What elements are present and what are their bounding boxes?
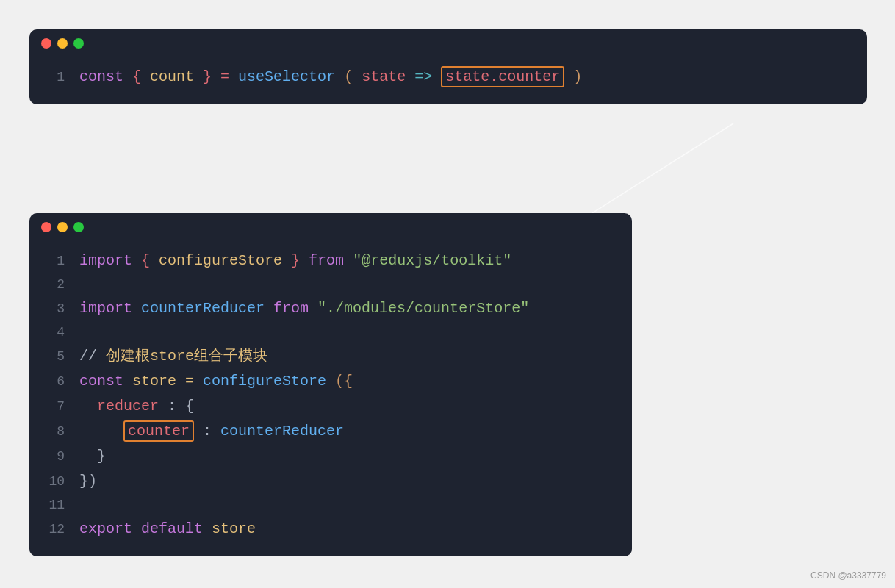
bottom-line-5: 5 // 创建根store组合子模块 [29,344,632,369]
top-title-bar [29,29,867,57]
paren-close: ) [573,68,582,85]
bottom-line-11: 11 [29,494,632,517]
ln-1: 1 [44,251,65,271]
bottom-line-10: 10 }) [29,469,632,494]
ln-7: 7 [44,397,65,417]
code-6: const store = configureStore ({ [79,370,353,392]
fn-useSelector: useSelector [238,68,335,85]
ln-9: 9 [44,447,65,467]
bottom-line-2: 2 [29,273,632,296]
paren-open: ( [344,68,353,85]
keyword-const: const [79,68,123,85]
bottom-line-6: 6 const store = configureStore ({ [29,369,632,394]
brace-open: { [132,68,150,85]
code-12: export default store [79,518,256,540]
bottom-line-4: 4 [29,321,632,344]
code-3: import counterReducer from "./modules/co… [79,298,529,320]
bottom-title-bar [29,213,632,241]
bottom-line-7: 7 reducer : { [29,394,632,419]
minimize-button-dot-2[interactable] [57,222,68,232]
ln-5: 5 [44,347,65,367]
ln-8: 8 [44,422,65,442]
highlighted-counter-key: counter [123,420,194,442]
bottom-line-12: 12 export default store [29,517,632,542]
highlighted-state-counter: state.counter [441,66,564,87]
ln-12: 12 [44,520,65,539]
code-line-1: 1 const { count } = useSelector ( state … [29,65,867,90]
param-state: state [362,68,406,85]
close-button-dot[interactable] [41,38,51,49]
ln-11: 11 [44,495,65,515]
ln-4: 4 [44,323,65,343]
var-count: count [150,68,194,85]
watermark-text: CSDN @a3337779 [810,570,886,581]
maximize-button-dot[interactable] [73,38,84,49]
watermark: CSDN @a3337779 [810,570,886,581]
ln-6: 6 [44,372,65,392]
code-1: import { configureStore } from "@reduxjs… [79,250,511,272]
ln-3: 3 [44,299,65,319]
line-number-1: 1 [44,68,65,87]
code-10: }) [79,470,97,492]
brace-close: } = [203,68,238,85]
code-5: // 创建根store组合子模块 [79,345,267,368]
ln-2: 2 [44,275,65,295]
ln-10: 10 [44,472,65,492]
top-code-content: 1 const { count } = useSelector ( state … [29,57,867,104]
code-text-1: const { count } = useSelector ( state =>… [79,66,582,88]
bottom-line-1: 1 import { configureStore } from "@redux… [29,248,632,273]
minimize-button-dot[interactable] [57,38,68,49]
bottom-line-3: 3 import counterReducer from "./modules/… [29,296,632,321]
bottom-code-content: 1 import { configureStore } from "@redux… [29,241,632,556]
maximize-button-dot-2[interactable] [73,222,84,232]
close-button-dot-2[interactable] [41,222,51,232]
code-9: } [79,445,106,467]
code-7: reducer : { [79,395,194,417]
top-code-window: 1 const { count } = useSelector ( state … [29,29,867,104]
arrow: => [414,68,441,85]
bottom-line-9: 9 } [29,444,632,469]
code-8: counter : counterReducer [79,420,344,442]
bottom-line-8: 8 counter : counterReducer [29,419,632,444]
bottom-code-window: 1 import { configureStore } from "@redux… [29,213,632,556]
